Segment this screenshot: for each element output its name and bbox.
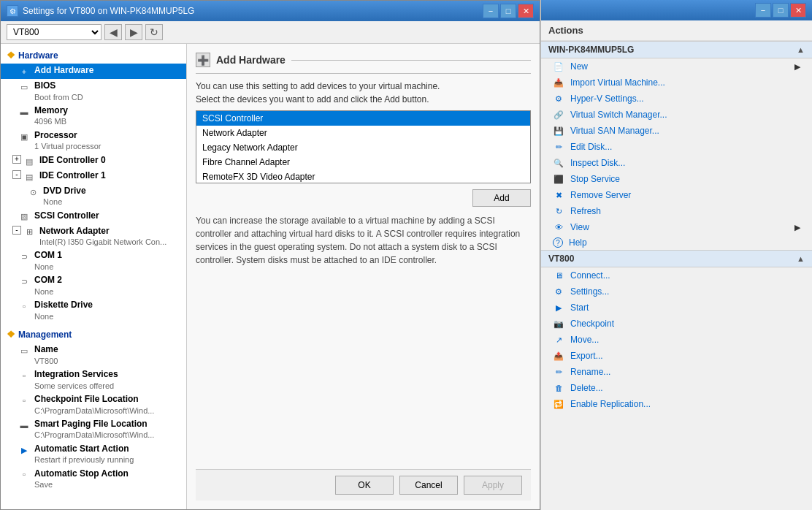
action-enable-replication[interactable]: 🔁 Enable Replication... <box>541 396 812 412</box>
integration-sub: Some services offered <box>34 381 118 391</box>
sidebar-item-bios[interactable]: ▭ BIOS Boot from CD <box>1 79 186 104</box>
sidebar-item-checkpoint[interactable]: ▫ Checkpoint File Location C:\ProgramDat… <box>1 392 186 417</box>
sidebar-item-autostart[interactable]: ▶ Automatic Start Action Restart if prev… <box>1 442 186 467</box>
ide0-expand[interactable]: + <box>12 155 21 164</box>
right-close-button[interactable]: ✕ <box>790 3 806 18</box>
device-item-fibre[interactable]: Fibre Channel Adapter <box>196 155 530 170</box>
autostart-label: Automatic Start Action <box>34 444 134 455</box>
memory-icon: ▬ <box>18 106 30 118</box>
action-settings[interactable]: ⚙ Settings... <box>541 283 812 300</box>
right-minimize-button[interactable]: − <box>755 3 771 18</box>
refresh-button[interactable]: ↻ <box>145 24 163 40</box>
add-button[interactable]: Add <box>472 189 531 207</box>
win-section-collapse[interactable]: ▲ <box>797 45 805 54</box>
sidebar-item-com2[interactable]: ⊃ COM 2 None <box>1 273 186 298</box>
back-button[interactable]: ◀ <box>104 24 122 40</box>
bios-label: BIOS <box>34 80 83 92</box>
title-bar-left: ⚙ Settings for VT800 on WIN-PK84MMUP5LG <box>7 5 194 17</box>
network-icon: ⊞ <box>23 227 35 238</box>
network-sub: Intel(R) I350 Gigabit Network Con... <box>39 237 166 247</box>
action-inspect-disk[interactable]: 🔍 Inspect Disk... <box>541 155 812 171</box>
integration-label: Integration Services <box>34 369 118 381</box>
ok-button[interactable]: OK <box>335 476 394 495</box>
action-view[interactable]: 👁 View ▶ <box>541 219 812 235</box>
cancel-button[interactable]: Cancel <box>399 476 458 495</box>
action-vswitch[interactable]: 🔗 Virtual Switch Manager... <box>541 107 812 123</box>
add-hardware-label: Add Hardware <box>34 65 93 77</box>
forward-button[interactable]: ▶ <box>125 24 142 40</box>
sidebar-item-integration[interactable]: ▫ Integration Services Some services off… <box>1 368 186 392</box>
sidebar-item-paging[interactable]: ▬ Smart Paging File Location C:\ProgramD… <box>1 417 186 442</box>
action-checkpoint[interactable]: 📷 Checkpoint <box>541 316 812 332</box>
integration-icon: ▫ <box>18 370 30 381</box>
ide1-expand[interactable]: - <box>12 170 21 179</box>
device-list[interactable]: SCSI Controller Network Adapter Legacy N… <box>196 110 531 183</box>
sidebar-item-scsi[interactable]: ▧ SCSI Controller <box>1 209 186 224</box>
processor-label: Processor <box>34 130 102 142</box>
action-connect-label: Connect... <box>570 270 610 281</box>
right-tb-btns: − □ ✕ <box>755 3 806 18</box>
device-item-scsi[interactable]: SCSI Controller <box>196 111 530 126</box>
management-section-label: Management <box>18 330 72 340</box>
sidebar-item-name[interactable]: ▭ Name VT800 <box>1 343 186 368</box>
action-rename-label: Rename... <box>570 367 610 377</box>
action-import[interactable]: 📥 Import Virtual Machine... <box>541 75 812 91</box>
action-hyperv-settings[interactable]: ⚙ Hyper-V Settings... <box>541 91 812 107</box>
action-export[interactable]: 📤 Export... <box>541 348 812 364</box>
dvd-label: DVD Drive <box>43 186 86 197</box>
device-item-legacy-network[interactable]: Legacy Network Adapter <box>196 140 530 155</box>
action-remove-server[interactable]: ✖ Remove Server <box>541 187 812 203</box>
refresh-icon: ↻ <box>553 205 564 217</box>
sidebar-item-com1[interactable]: ⊃ COM 1 None <box>1 248 186 273</box>
device-item-remotefx[interactable]: RemoteFX 3D Video Adapter <box>196 170 530 183</box>
diskette-icon: ▫ <box>18 300 30 312</box>
vt800-section-collapse[interactable]: ▲ <box>797 254 805 263</box>
panel-desc1: You can use this setting to add devices … <box>196 81 531 91</box>
memory-label: Memory <box>34 105 68 117</box>
apply-button[interactable]: Apply <box>464 476 522 495</box>
action-stop-service[interactable]: ⬛ Stop Service <box>541 171 812 187</box>
sidebar-item-ide1[interactable]: - ▤ IDE Controller 1 <box>1 169 186 184</box>
start-icon: ▶ <box>553 302 564 313</box>
right-title-bar: − □ ✕ <box>541 0 812 20</box>
sidebar-item-memory[interactable]: ▬ Memory 4096 MB <box>1 104 186 129</box>
action-rename[interactable]: ✏ Rename... <box>541 364 812 380</box>
action-view-label: View <box>570 222 589 232</box>
view-icon: 👁 <box>553 221 564 233</box>
right-restore-button[interactable]: □ <box>773 3 789 18</box>
sidebar-item-network[interactable]: - ⊞ Network Adapter Intel(R) I350 Gigabi… <box>1 224 186 249</box>
sidebar-item-add-hardware[interactable]: + Add Hardware <box>1 64 186 79</box>
action-refresh[interactable]: ↻ Refresh <box>541 203 812 219</box>
sidebar-item-autostop[interactable]: ▫ Automatic Stop Action Save <box>1 467 186 492</box>
restore-button[interactable]: □ <box>500 4 516 18</box>
sidebar-item-processor[interactable]: ▣ Processor 1 Virtual processor <box>1 129 186 153</box>
action-move-label: Move... <box>570 335 599 345</box>
sidebar-item-diskette[interactable]: ▫ Diskette Drive None <box>1 298 186 323</box>
action-vsan[interactable]: 💾 Virtual SAN Manager... <box>541 123 812 139</box>
close-button[interactable]: ✕ <box>518 4 534 18</box>
vsan-icon: 💾 <box>553 125 564 137</box>
sidebar-item-dvd[interactable]: ⊙ DVD Drive None <box>1 184 186 209</box>
network-label: Network Adapter <box>39 226 166 237</box>
action-edit-disk[interactable]: ✏ Edit Disk... <box>541 139 812 155</box>
action-new[interactable]: 📄 New ▶ <box>541 58 812 75</box>
minimize-button[interactable]: − <box>483 4 499 18</box>
action-delete[interactable]: 🗑 Delete... <box>541 380 812 396</box>
panel-divider <box>291 60 531 61</box>
action-help[interactable]: ? Help <box>541 235 812 250</box>
action-move[interactable]: ↗ Move... <box>541 332 812 348</box>
action-start[interactable]: ▶ Start <box>541 300 812 316</box>
device-item-network[interactable]: Network Adapter <box>196 126 530 140</box>
actions-header: Actions <box>541 20 812 41</box>
title-bar-buttons: − □ ✕ <box>483 4 534 18</box>
paging-icon: ▬ <box>18 419 30 431</box>
action-import-label: Import Virtual Machine... <box>570 77 665 88</box>
action-connect[interactable]: 🖥 Connect... <box>541 267 812 283</box>
vm-select[interactable]: VT800 <box>7 24 102 40</box>
action-new-label: New <box>570 61 588 72</box>
name-icon: ▭ <box>18 345 30 357</box>
checkpoint-icon: ▫ <box>18 395 30 406</box>
dvd-sub: None <box>43 197 86 207</box>
network-expand[interactable]: - <box>12 226 21 235</box>
sidebar-item-ide0[interactable]: + ▤ IDE Controller 0 <box>1 153 186 169</box>
